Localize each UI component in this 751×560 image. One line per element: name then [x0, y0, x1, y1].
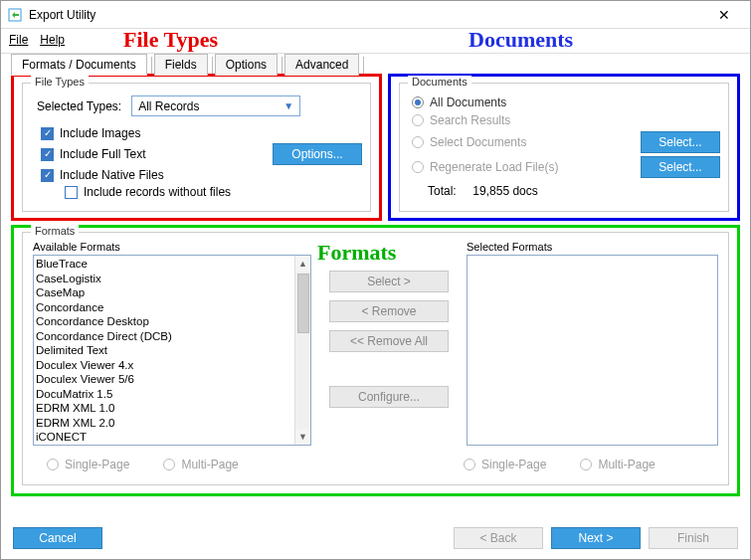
checkbox-include-without-files[interactable] — [65, 186, 78, 199]
checkbox-include-full-text[interactable] — [41, 148, 54, 161]
checkbox-include-native[interactable] — [41, 169, 54, 182]
menu-help[interactable]: Help — [40, 33, 65, 47]
next-button[interactable]: Next > — [551, 527, 641, 549]
scrollbar[interactable]: ▲ ▼ — [294, 256, 310, 445]
label-sel-multi-page: Multi-Page — [598, 458, 655, 471]
radio-avail-single-page — [47, 459, 59, 470]
list-item[interactable]: CaseMap — [36, 285, 308, 300]
configure-button[interactable]: Configure... — [329, 386, 449, 408]
radio-sel-multi-page — [580, 459, 592, 470]
list-item[interactable]: DocuMatrix 1.5 — [36, 387, 308, 402]
list-item[interactable]: Doculex Viewer 4.x — [36, 358, 308, 373]
available-formats-label: Available Formats — [33, 241, 311, 253]
total-value: 19,855 docs — [472, 184, 537, 198]
list-item[interactable]: iCONECT — [36, 430, 308, 445]
list-item[interactable]: EDRM XML 1.0 — [36, 401, 308, 416]
radio-avail-multi-page — [163, 459, 175, 470]
label-include-without-files: Include records without files — [84, 185, 231, 199]
label-search-results: Search Results — [430, 113, 510, 127]
tab-advanced[interactable]: Advanced — [284, 54, 359, 76]
label-select-documents: Select Documents — [430, 135, 526, 149]
scroll-up-icon[interactable]: ▲ — [295, 256, 310, 272]
scroll-down-icon[interactable]: ▼ — [295, 429, 310, 445]
selected-types-dropdown[interactable]: All Records ▼ — [131, 95, 300, 116]
list-item[interactable]: Concordance Desktop — [36, 314, 308, 329]
label-regenerate: Regenerate Load File(s) — [430, 160, 558, 174]
selected-types-label: Selected Types: — [37, 99, 121, 113]
scroll-thumb[interactable] — [297, 274, 309, 333]
remove-all-formats-button[interactable]: << Remove All — [329, 330, 449, 352]
label-include-images: Include Images — [60, 126, 140, 140]
total-label: Total: — [428, 184, 457, 198]
select-documents-button[interactable]: Select... — [641, 131, 720, 153]
tab-options[interactable]: Options — [215, 54, 278, 76]
radio-regenerate[interactable] — [412, 161, 424, 173]
list-item[interactable]: CaseLogistix — [36, 272, 308, 286]
radio-select-documents[interactable] — [412, 136, 424, 148]
label-avail-multi-page: Multi-Page — [181, 458, 238, 471]
selected-formats-list[interactable] — [467, 255, 718, 446]
radio-search-results[interactable] — [412, 114, 424, 126]
documents-panel: Documents All Documents Search Results S… — [388, 74, 740, 221]
menubar: File Help — [1, 29, 750, 51]
label-sel-single-page: Single-Page — [481, 458, 546, 471]
list-item[interactable]: Doculex Viewer 5/6 — [36, 372, 308, 387]
checkbox-include-images[interactable] — [41, 127, 54, 140]
options-button[interactable]: Options... — [273, 143, 362, 165]
tabstrip: Formats / Documents Fields Options Advan… — [11, 53, 740, 75]
chevron-down-icon: ▼ — [283, 100, 293, 111]
close-icon[interactable]: ✕ — [704, 7, 744, 23]
radio-sel-single-page — [464, 459, 475, 470]
list-item[interactable]: inData's TrialDirector — [36, 445, 308, 447]
selected-types-value: All Records — [138, 99, 199, 113]
finish-button[interactable]: Finish — [649, 527, 738, 549]
content-area: Formats / Documents Fields Options Advan… — [11, 53, 740, 549]
label-all-documents: All Documents — [430, 95, 506, 109]
remove-format-button[interactable]: < Remove — [329, 300, 449, 322]
list-item[interactable]: BlueTrace — [36, 257, 308, 272]
label-include-full-text: Include Full Text — [60, 147, 146, 161]
label-include-native: Include Native Files — [60, 168, 164, 182]
wizard-footer: Cancel < Back Next > Finish — [11, 527, 740, 549]
radio-all-documents[interactable] — [412, 96, 424, 108]
select-format-button[interactable]: Select > — [329, 271, 449, 292]
select-regenerate-button[interactable]: Select... — [641, 156, 720, 178]
available-formats-list[interactable]: BlueTraceCaseLogistixCaseMapConcordanceC… — [33, 255, 311, 446]
selected-formats-label: Selected Formats — [467, 241, 718, 253]
list-item[interactable]: Delimited Text — [36, 343, 308, 358]
titlebar: Export Utility ✕ — [1, 1, 750, 29]
cancel-button[interactable]: Cancel — [13, 527, 102, 549]
menu-file[interactable]: File — [9, 33, 28, 47]
formats-panel: Formats Available Formats BlueTraceCaseL… — [11, 225, 740, 496]
list-item[interactable]: Concordance Direct (DCB) — [36, 329, 308, 344]
file-types-panel: File Types Selected Types: All Records ▼… — [11, 74, 382, 221]
tab-fields[interactable]: Fields — [154, 54, 208, 76]
list-item[interactable]: EDRM XML 2.0 — [36, 416, 308, 431]
documents-legend: Documents — [408, 76, 471, 88]
window-title: Export Utility — [29, 8, 704, 22]
back-button[interactable]: < Back — [454, 527, 543, 549]
label-avail-single-page: Single-Page — [65, 458, 129, 471]
tab-formats-documents[interactable]: Formats / Documents — [11, 54, 147, 76]
list-item[interactable]: Concordance — [36, 300, 308, 315]
formats-legend: Formats — [31, 225, 79, 237]
export-utility-window: File Types Documents Formats Export Util… — [0, 0, 751, 560]
app-icon — [7, 7, 23, 23]
file-types-legend: File Types — [31, 76, 89, 88]
